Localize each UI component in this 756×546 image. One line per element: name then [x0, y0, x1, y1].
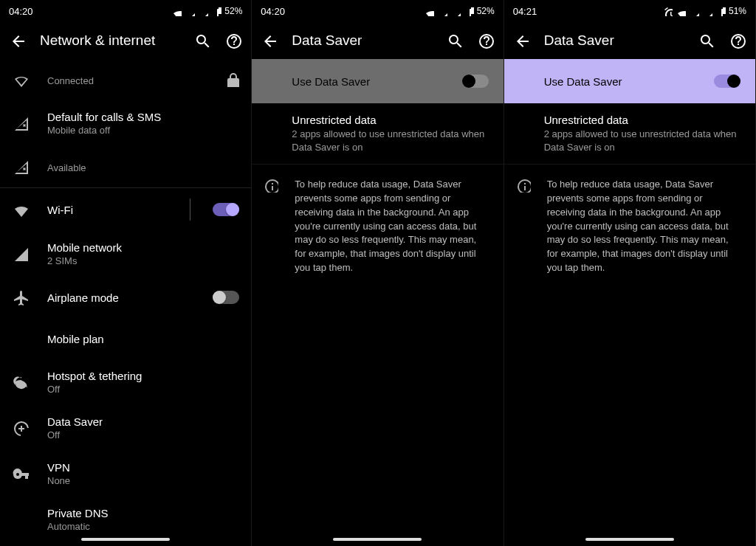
status-bar: 04:21 51%	[504, 0, 755, 22]
back-icon	[261, 32, 278, 49]
hotspot-sub: Off	[47, 384, 239, 395]
wifi-icon	[424, 6, 434, 16]
panel-datasaver-off: 04:20 52% Data Saver Use Data Saver Unre…	[252, 0, 504, 546]
mobile-network-sub: 2 SIMs	[47, 255, 239, 266]
nav-bar[interactable]	[504, 533, 755, 546]
search-button[interactable]	[193, 32, 211, 49]
main-toggle-label: Use Data Saver	[544, 75, 714, 88]
action-bar: Data Saver	[252, 22, 503, 59]
nav-pill	[585, 538, 674, 541]
search-icon	[447, 32, 463, 49]
mobile-network-label: Mobile network	[47, 241, 239, 254]
divider	[190, 198, 190, 221]
hotspot-icon	[9, 374, 32, 390]
airplane-row[interactable]: Airplane mode	[0, 277, 251, 318]
settings-list[interactable]: Connected Default for calls & SMS Mobile…	[0, 59, 251, 533]
airplane-toggle[interactable]	[213, 291, 239, 304]
hotspot-row[interactable]: Hotspot & tethering Off	[0, 359, 251, 405]
status-right: 52%	[171, 6, 242, 16]
unrestricted-title: Unrestricted data	[544, 114, 742, 126]
datasaver-row[interactable]: Data Saver Off	[0, 405, 251, 451]
private-dns-sub: Automatic	[47, 521, 239, 532]
status-battery: 51%	[729, 6, 746, 16]
private-dns-row[interactable]: Private DNS Automatic	[0, 497, 251, 533]
nav-bar[interactable]	[252, 533, 503, 546]
wifi-toggle[interactable]	[213, 203, 239, 216]
status-time: 04:21	[513, 6, 537, 17]
help-button[interactable]	[729, 32, 746, 49]
info-text: To help reduce data usage, Data Saver pr…	[295, 178, 488, 275]
unrestricted-title: Unrestricted data	[292, 114, 489, 126]
hotspot-label: Hotspot & tethering	[47, 370, 239, 382]
help-button[interactable]	[477, 32, 495, 49]
sim2-row[interactable]: Available	[0, 146, 251, 187]
datasaver-label: Data Saver	[47, 415, 239, 428]
main-toggle-switch[interactable]	[462, 75, 489, 88]
signal-icon	[198, 6, 208, 16]
page-title: Network & internet	[40, 32, 180, 49]
wifi-empty-icon	[9, 72, 32, 88]
data-saver-main-toggle[interactable]: Use Data Saver	[504, 59, 755, 103]
search-button[interactable]	[446, 32, 464, 49]
sim1-secondary: Mobile data off	[47, 125, 239, 136]
battery-icon	[211, 6, 221, 16]
help-icon	[729, 32, 746, 49]
panel-datasaver-on: 04:21 51% Data Saver Use Data Saver Unre…	[504, 0, 756, 546]
status-battery: 52%	[224, 6, 242, 16]
search-button[interactable]	[698, 32, 715, 49]
info-icon	[262, 178, 280, 275]
battery-icon	[715, 6, 726, 16]
wifi-connected-row[interactable]: Connected	[0, 59, 251, 100]
signal-icon	[450, 6, 461, 16]
info-icon	[515, 178, 532, 275]
sim1-primary: Default for calls & SMS	[47, 111, 239, 123]
wifi-row[interactable]: Wi-Fi	[0, 188, 251, 231]
data-saver-main-toggle[interactable]: Use Data Saver	[252, 59, 503, 103]
wifi-status: Connected	[47, 75, 210, 86]
lock-icon	[224, 72, 239, 87]
nav-bar[interactable]	[0, 533, 251, 546]
status-right: 52%	[424, 6, 495, 16]
status-right: 51%	[662, 6, 746, 16]
search-icon	[698, 32, 715, 49]
back-icon	[10, 32, 26, 49]
help-icon	[225, 32, 241, 49]
vpn-icon	[9, 466, 32, 482]
main-toggle-label: Use Data Saver	[292, 75, 461, 88]
info-section: To help reduce data usage, Data Saver pr…	[504, 165, 755, 288]
main-toggle-switch[interactable]	[714, 75, 740, 88]
action-bar: Data Saver	[504, 22, 755, 59]
signal-icon	[437, 6, 447, 16]
mobile-network-row[interactable]: Mobile network 2 SIMs	[0, 231, 251, 277]
back-button[interactable]	[513, 32, 531, 49]
status-bar: 04:20 52%	[0, 0, 251, 22]
signal-x-icon	[9, 159, 32, 175]
sim1-row[interactable]: Default for calls & SMS Mobile data off	[0, 100, 251, 146]
panel-network-internet: 04:20 52% Network & internet Connected	[0, 0, 252, 546]
vpn-label: VPN	[47, 461, 239, 474]
airplane-icon	[9, 289, 32, 305]
search-icon	[194, 32, 210, 49]
unrestricted-data-row[interactable]: Unrestricted data 2 apps allowed to use …	[504, 103, 755, 165]
mobile-plan-row[interactable]: Mobile plan	[0, 318, 251, 359]
unrestricted-data-row[interactable]: Unrestricted data 2 apps allowed to use …	[252, 103, 503, 165]
alarm-icon	[662, 6, 673, 16]
signal-icon	[185, 6, 195, 16]
back-button[interactable]	[9, 32, 27, 49]
info-section: To help reduce data usage, Data Saver pr…	[252, 165, 503, 288]
datasaver-icon	[9, 420, 32, 436]
datasaver-sub: Off	[47, 429, 239, 440]
private-dns-label: Private DNS	[47, 507, 239, 519]
signal-x-icon	[9, 115, 32, 131]
airplane-label: Airplane mode	[47, 291, 198, 304]
vpn-row[interactable]: VPN None	[0, 451, 251, 497]
help-button[interactable]	[224, 32, 242, 49]
back-button[interactable]	[261, 32, 278, 49]
battery-icon	[464, 6, 474, 16]
wifi-label: Wi-Fi	[47, 204, 175, 216]
signal-icon	[9, 246, 32, 262]
signal-icon	[702, 6, 712, 16]
page-title: Data Saver	[292, 32, 432, 49]
connected-group: Connected Default for calls & SMS Mobile…	[0, 59, 251, 188]
unrestricted-sub: 2 apps allowed to use unrestricted data …	[292, 128, 489, 153]
